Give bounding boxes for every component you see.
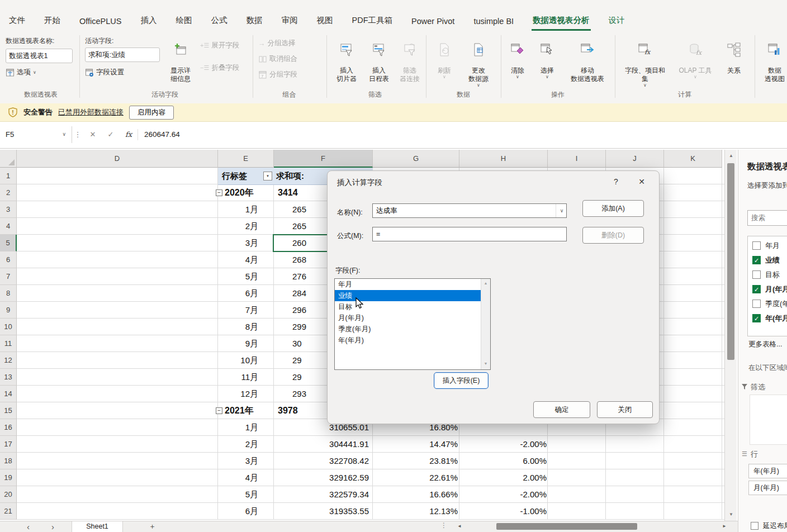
cell-f21[interactable]: 319353.55 bbox=[275, 503, 369, 520]
panel-field-row-6[interactable]: ✓年(年月) bbox=[748, 311, 787, 326]
dialog-close-button[interactable]: 关闭 bbox=[597, 401, 653, 418]
cell-h19[interactable]: 2.00% bbox=[459, 469, 547, 486]
fields-items-sets-button[interactable]: fx 字段、项目和 集 ∨ bbox=[619, 34, 671, 96]
checkbox-checked-icon[interactable]: ✓ bbox=[752, 314, 761, 322]
sheet-prev-icon[interactable]: ‹ bbox=[27, 522, 30, 531]
cell-e4[interactable]: 2月 bbox=[218, 218, 258, 235]
new-sheet-icon[interactable]: ＋ bbox=[149, 521, 156, 531]
row-header-2[interactable]: 2 bbox=[0, 184, 17, 201]
active-field-input[interactable] bbox=[85, 48, 160, 62]
cell-e2[interactable]: 2020年 bbox=[225, 184, 254, 201]
row-header-21[interactable]: 21 bbox=[0, 503, 17, 520]
formula-input[interactable]: 260647.64 bbox=[144, 126, 180, 143]
cell-g21[interactable]: 12.13% bbox=[373, 503, 458, 520]
menu-tab-12[interactable]: tusimple BI bbox=[472, 14, 515, 31]
insert-function-icon[interactable]: fx bbox=[121, 126, 136, 143]
cell-f7[interactable]: 276 bbox=[292, 268, 306, 285]
panel-field-row-4[interactable]: ✓月(年月) bbox=[748, 282, 787, 297]
column-header-K[interactable]: K bbox=[664, 150, 722, 168]
menu-tab-7[interactable]: 数据 bbox=[245, 12, 264, 31]
row-header-3[interactable]: 3 bbox=[0, 201, 17, 218]
insert-field-button[interactable]: 插入字段(E) bbox=[434, 372, 489, 389]
row-header-9[interactable]: 9 bbox=[0, 302, 17, 319]
cell-f17[interactable]: 304441.91 bbox=[275, 436, 369, 453]
calc-field-name-input[interactable] bbox=[372, 203, 567, 218]
relationships-button[interactable]: 关系 bbox=[720, 34, 748, 75]
cancel-icon[interactable]: ✕ bbox=[85, 126, 101, 143]
menu-tab-8[interactable]: 审阅 bbox=[281, 12, 299, 31]
ok-button[interactable]: 确定 bbox=[533, 401, 590, 418]
menu-tab-13[interactable]: 数据透视表分析 bbox=[532, 12, 591, 31]
pivotchart-button[interactable]: 数据 透视图 bbox=[759, 34, 787, 83]
collapse-icon[interactable]: − bbox=[216, 407, 222, 414]
panel-field-row-1[interactable]: 年月 bbox=[748, 239, 787, 253]
calc-field-formula-input[interactable] bbox=[372, 227, 567, 241]
enter-icon[interactable]: ✓ bbox=[103, 126, 118, 143]
row-header-12[interactable]: 12 bbox=[0, 352, 17, 369]
cell-e6[interactable]: 4月 bbox=[218, 251, 258, 268]
clear-button[interactable]: 清除 ∨ bbox=[505, 34, 530, 88]
cell-f13[interactable]: 29 bbox=[292, 369, 302, 386]
row-header-10[interactable]: 10 bbox=[0, 319, 17, 335]
scroll-up-icon[interactable]: ▲ bbox=[725, 153, 737, 158]
insert-timeline-button[interactable]: 插入 日程表 bbox=[363, 34, 395, 83]
dialog-field-item-4[interactable]: 月(年月) bbox=[335, 312, 490, 324]
rows-area-field-1[interactable]: 年(年月) bbox=[748, 464, 787, 478]
menu-tab-1[interactable]: 文件 bbox=[8, 12, 26, 31]
column-header-I[interactable]: I bbox=[548, 150, 606, 168]
panel-field-row-3[interactable]: 目标 bbox=[748, 268, 787, 282]
horizontal-scrollbar-thumb[interactable] bbox=[496, 523, 637, 530]
chevron-down-icon[interactable]: ∨ bbox=[556, 204, 567, 217]
options-button[interactable]: 选项 ∨ bbox=[6, 68, 36, 77]
row-header-1[interactable]: 1 bbox=[0, 168, 17, 184]
show-detail-button[interactable]: 显示详 细信息 bbox=[163, 34, 198, 83]
cell-h18[interactable]: 6.00% bbox=[459, 453, 547, 469]
column-header-J[interactable]: J bbox=[606, 150, 664, 168]
scroll-down-icon[interactable]: ▼ bbox=[481, 362, 490, 365]
row-header-5[interactable]: 5 bbox=[0, 235, 17, 251]
dialog-field-item-1[interactable]: 年月 bbox=[335, 279, 490, 290]
move-pivottable-button[interactable]: 移动 数据透视表 bbox=[563, 34, 611, 83]
filters-area[interactable] bbox=[750, 395, 787, 445]
cell-h17[interactable]: -2.00% bbox=[459, 436, 547, 453]
checkbox-checked-icon[interactable]: ✓ bbox=[752, 285, 761, 293]
row-header-14[interactable]: 14 bbox=[0, 386, 17, 402]
sheet-next-icon[interactable]: › bbox=[51, 522, 54, 531]
cell-f19[interactable]: 329162.59 bbox=[275, 469, 369, 486]
checkbox-unchecked-icon[interactable] bbox=[752, 270, 761, 279]
row-labels-filter-button[interactable]: ▼ bbox=[263, 172, 272, 180]
menu-tab-2[interactable]: 开始 bbox=[43, 12, 61, 31]
column-header-H[interactable]: H bbox=[459, 150, 548, 168]
cell-f6[interactable]: 268 bbox=[292, 251, 306, 268]
row-header-8[interactable]: 8 bbox=[0, 285, 17, 302]
column-header-D[interactable]: D bbox=[17, 150, 218, 168]
panel-field-row-2[interactable]: ✓业绩 bbox=[748, 253, 787, 268]
cell-e21[interactable]: 6月 bbox=[218, 503, 258, 520]
column-header-E[interactable]: E bbox=[218, 150, 274, 168]
cell-e3[interactable]: 1月 bbox=[218, 201, 258, 218]
dots-separator-icon[interactable]: ⋮ bbox=[440, 521, 447, 529]
scroll-down-icon[interactable]: ▼ bbox=[725, 512, 737, 517]
dialog-field-item-6[interactable]: 年(年月) bbox=[335, 335, 490, 346]
row-header-17[interactable]: 17 bbox=[0, 436, 17, 453]
cell-e12[interactable]: 10月 bbox=[218, 352, 258, 369]
row-header-18[interactable]: 18 bbox=[0, 453, 17, 469]
cell-f20[interactable]: 322579.34 bbox=[275, 486, 369, 503]
dots-separator-icon[interactable]: ⋮ bbox=[74, 126, 82, 143]
cell-f18[interactable]: 322708.42 bbox=[275, 453, 369, 469]
help-icon[interactable]: ? bbox=[608, 177, 624, 186]
row-header-11[interactable]: 11 bbox=[0, 335, 17, 352]
menu-tab-4[interactable]: 插入 bbox=[140, 12, 158, 31]
cell-e14[interactable]: 12月 bbox=[218, 386, 258, 402]
pivot-name-input[interactable] bbox=[6, 49, 73, 63]
row-header-6[interactable]: 6 bbox=[0, 251, 17, 268]
cell-e13[interactable]: 11月 bbox=[218, 369, 258, 386]
menu-tab-3[interactable]: OfficePLUS bbox=[78, 14, 123, 31]
row-header-15[interactable]: 15 bbox=[0, 402, 17, 419]
menu-tab-11[interactable]: Power Pivot bbox=[410, 14, 456, 31]
dialog-field-item-5[interactable]: 季度(年月) bbox=[335, 324, 490, 335]
change-data-source-button[interactable]: 更改 数据源 ∨ bbox=[461, 34, 496, 96]
menu-tab-5[interactable]: 绘图 bbox=[175, 12, 193, 31]
cell-g19[interactable]: 22.61% bbox=[373, 469, 458, 486]
checkbox-unchecked-icon[interactable] bbox=[752, 241, 761, 250]
